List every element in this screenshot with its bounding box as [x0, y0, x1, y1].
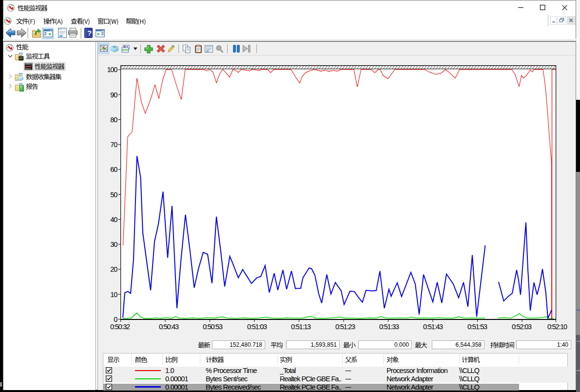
- svg-text:?: ?: [87, 29, 92, 37]
